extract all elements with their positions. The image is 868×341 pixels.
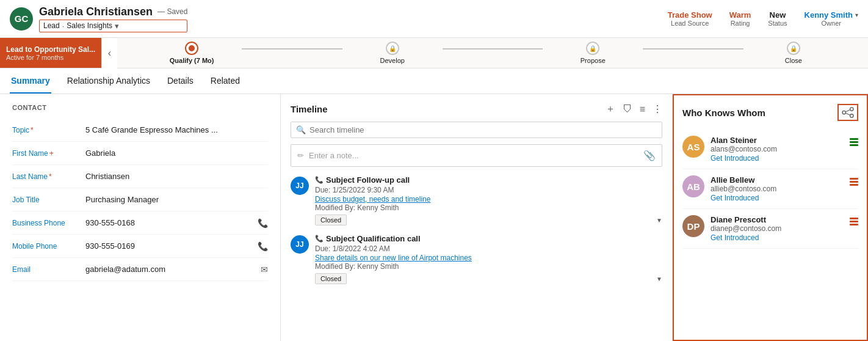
meta-lead-source-label: Lead Source [668,20,712,27]
stage-qualify[interactable]: Qualify (7 Mo) [142,42,242,64]
tab-relationship-analytics[interactable]: Relationship Analytics [66,68,151,94]
timeline-search-box[interactable]: 🔍 [291,122,662,138]
wkw-person-2-intro-link[interactable]: Get Introduced [711,233,759,242]
wkw-network-icon-button[interactable] [837,104,858,121]
note-input-area[interactable]: ✏ Enter a note... 📎 [291,144,662,167]
timeline-entry-1-due: Due: 1/8/2022 4:02 AM [315,244,662,253]
field-job-title-label: Job Title [12,196,85,204]
name-text: Gabriela Christiansen [39,6,153,18]
field-last-name: Last Name* Christiansen [12,165,268,188]
process-stage-panel[interactable]: Lead to Opportunity Sal... Active for 7 … [0,38,101,68]
stage-develop-label: Develop [380,57,405,64]
breadcrumb-dropdown-icon[interactable]: ▾ [115,21,119,31]
wkw-person-2-name: Diane Prescott [711,215,844,224]
search-input[interactable] [309,125,657,134]
timeline-entry-1-avatar: JJ [291,235,309,254]
mobile-phone-icon[interactable]: 📞 [258,241,268,251]
header-right: Trade Show Lead Source Warm Rating New S… [668,10,858,27]
field-email-value[interactable]: gabriela@adatum.com [85,265,256,274]
timeline-entry-0-link[interactable]: Discuss budget, needs and timeline [315,195,430,204]
main-content: CONTACT Topic* 5 Café Grande Espresso Ma… [0,94,868,341]
field-mobile-phone: Mobile Phone 930-555-0169 📞 [12,235,268,258]
wkw-person-1-strength-icon [850,175,858,186]
timeline-more-icon[interactable]: ⋮ [653,103,662,115]
breadcrumb-sales: Sales Insights [67,21,112,30]
wkw-person-0-name: Alan Steiner [711,136,844,145]
field-first-name: First Name+ Gabriela [12,142,268,165]
wkw-header: Who Knows Whom [682,104,858,121]
breadcrumb[interactable]: Lead · Sales Insights ▾ [39,20,187,32]
navigation-tabs: Summary Relationship Analytics Details R… [0,68,868,94]
timeline-header: Timeline ＋ ⛉ ≡ ⋮ [291,103,662,116]
stage-connector-3 [643,48,743,50]
field-business-phone: Business Phone 930-555-0168 📞 [12,211,268,235]
field-first-name-value[interactable]: Gabriela [85,148,268,158]
tab-summary[interactable]: Summary [10,68,51,94]
field-topic-label: Topic* [12,126,85,134]
field-last-name-label: Last Name* [12,172,85,181]
wkw-title: Who Knows Whom [682,108,765,118]
wkw-person-1: AB Allie Bellew allieb@contoso.com Get I… [682,169,858,209]
page-header: GC Gabriela Christiansen — Saved Lead · … [0,0,868,38]
meta-status-label: Status [768,20,787,27]
owner-chevron-icon[interactable]: ▾ [855,12,858,18]
field-job-title-value[interactable]: Purchasing Manager [85,195,268,204]
wkw-person-2-info: Diane Prescott dianep@contoso.com Get In… [711,215,844,242]
timeline-entry-1-footer: Closed ▼ [315,273,662,284]
wkw-person-1-email: allieb@contoso.com [711,185,844,193]
field-email: Email gabriela@adatum.com ✉ [12,258,268,281]
field-mobile-phone-value[interactable]: 930-555-0169 [85,241,253,251]
timeline-entry-0-title: 📞 Subject Follow-up call [315,175,662,185]
pencil-icon: ✏ [297,151,304,160]
timeline-entry-1-link[interactable]: Share details on our new line of Airpot … [315,254,472,262]
who-knows-whom-panel: Who Knows Whom AS Alan Steiner alans@con… [673,94,868,341]
wkw-person-0-intro-link[interactable]: Get Introduced [711,154,759,163]
stage-close-label: Close [785,57,802,64]
wkw-person-0-strength-icon [850,136,858,146]
timeline-filter-icon[interactable]: ⛉ [623,104,632,115]
meta-lead-source-value: Trade Show [668,10,712,20]
timeline-entry-1-expand-icon[interactable]: ▼ [656,276,662,282]
timeline-entry-0: JJ 📞 Subject Follow-up call Due: 1/25/20… [291,175,662,226]
timeline-add-button[interactable]: ＋ [606,103,615,116]
timeline-panel: Timeline ＋ ⛉ ≡ ⋮ 🔍 ✏ Enter a note... 📎 J… [281,94,673,341]
field-business-phone-value[interactable]: 930-555-0168 [85,218,253,227]
timeline-entry-1-status-badge: Closed [315,273,347,284]
wkw-person-2-email: dianep@contoso.com [711,224,844,233]
timeline-entry-0-expand-icon[interactable]: ▼ [656,217,662,224]
contact-name: Gabriela Christiansen — Saved [39,6,187,18]
field-topic: Topic* 5 Café Grande Espresso Machines .… [12,119,268,142]
meta-owner: Kenny Smith ▾ Owner [805,10,858,27]
svg-point-2 [850,114,853,117]
timeline-entry-1-modified: Modified By: Kenny Smith [315,262,662,271]
process-collapse-button[interactable]: ‹ [101,38,117,68]
tab-details[interactable]: Details [166,68,195,94]
owner-name[interactable]: Kenny Smith [805,10,853,20]
tab-related[interactable]: Related [209,68,241,94]
header-name-area: Gabriela Christiansen — Saved Lead · Sal… [39,6,187,32]
timeline-entry-0-footer: Closed ▼ [315,215,662,226]
field-job-title: Job Title Purchasing Manager [12,188,268,211]
timeline-entry-0-due: Due: 1/25/2022 9:30 AM [315,186,662,194]
field-first-name-label: First Name+ [12,149,85,158]
phone-call-icon-2: 📞 [315,235,324,243]
stage-develop[interactable]: 🔒 Develop [342,42,443,64]
timeline-entry-0-avatar: JJ [291,177,309,195]
process-panel-title: Lead to Opportunity Sal... [6,45,95,54]
email-icon[interactable]: ✉ [261,265,268,274]
avatar: GC [10,7,33,31]
phone-call-icon: 📞 [315,176,324,184]
field-business-phone-label: Business Phone [12,219,85,227]
stage-propose[interactable]: 🔒 Propose [543,42,643,64]
field-last-name-value[interactable]: Christiansen [85,172,268,181]
wkw-person-1-intro-link[interactable]: Get Introduced [711,194,759,202]
process-bar: Lead to Opportunity Sal... Active for 7 … [0,38,868,68]
field-topic-value[interactable]: 5 Café Grande Espresso Machines ... [85,125,268,134]
stage-close[interactable]: 🔒 Close [743,42,844,64]
timeline-title: Timeline [291,104,328,114]
phone-icon[interactable]: 📞 [258,218,268,228]
paperclip-icon[interactable]: 📎 [643,150,656,161]
stage-qualify-label: Qualify (7 Mo) [170,57,214,64]
stages-container: Qualify (7 Mo) 🔒 Develop 🔒 Propose 🔒 Clo… [117,42,868,64]
timeline-sort-icon[interactable]: ≡ [640,104,645,115]
